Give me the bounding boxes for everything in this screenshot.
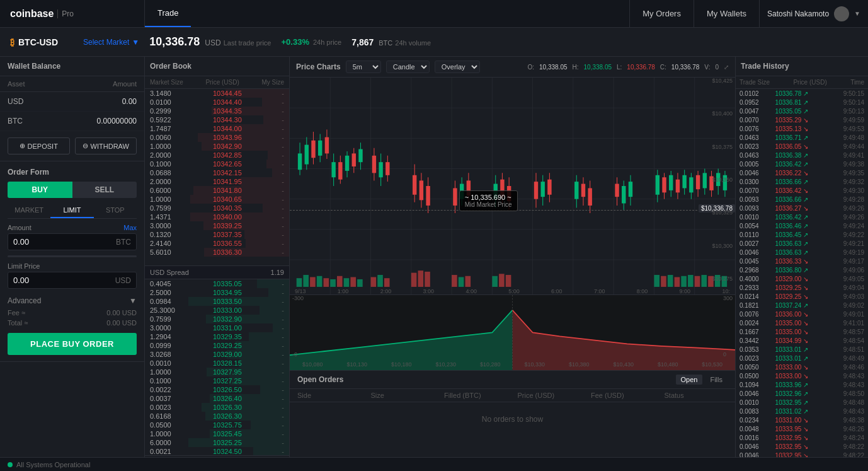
- trade-history-row: 0.0048 10333.95 ↘ 9:48:26: [736, 424, 868, 433]
- trade-price: 10336.33 ↘: [775, 258, 829, 265]
- stop-tab[interactable]: STOP: [94, 203, 137, 218]
- trade-time: 9:49:06: [828, 267, 864, 274]
- ob-ask-row: 2.0000 10342.85 -: [145, 151, 289, 160]
- trade-size: 0.0353: [740, 346, 775, 353]
- trade-history-row: 0.0500 10333.00 ↘ 9:48:43: [736, 371, 868, 380]
- max-link[interactable]: Max: [123, 224, 137, 231]
- limit-tab[interactable]: LIMIT: [50, 203, 93, 218]
- advanced-toggle[interactable]: Advanced ▼: [8, 294, 137, 308]
- down-arrow-icon: ↘: [803, 293, 808, 300]
- svg-rect-49: [453, 188, 457, 206]
- ask-my-size: -: [253, 187, 284, 194]
- timeframe-select[interactable]: 5m 1m 15m 1h 1d: [346, 61, 381, 73]
- place-order-button[interactable]: PLACE BUY ORDER: [8, 333, 137, 355]
- trade-price: 10336.78 ↗: [775, 90, 829, 97]
- trade-history-row: 0.0070 10336.42 ↘ 9:49:30: [736, 186, 868, 195]
- bid-price: 10326.30: [202, 412, 253, 420]
- deposit-button[interactable]: ⊕ DEPOSIT: [8, 137, 70, 154]
- ob-ask-row: 1.4371 10340.00 -: [145, 212, 289, 221]
- bid-size: 0.0999: [150, 342, 202, 349]
- bid-my-size: -: [253, 421, 284, 429]
- up-arrow-icon: ↗: [803, 381, 808, 388]
- overlay-select[interactable]: Overlay: [435, 61, 480, 73]
- bid-price: 10334.95: [202, 289, 253, 296]
- trade-time: 9:48:46: [828, 364, 864, 371]
- bid-price: 10325.45: [202, 430, 253, 438]
- nav-tab-trade[interactable]: Trade: [145, 0, 191, 27]
- down-arrow-icon: ↘: [803, 143, 808, 150]
- amount-input[interactable]: [13, 237, 64, 247]
- down-arrow-icon: ↘: [803, 170, 808, 177]
- trade-time: 9:48:38: [828, 417, 864, 424]
- amount-col-header: Amount: [113, 80, 137, 88]
- trade-history-row: 0.2968 10336.80 ↗ 9:49:06: [736, 265, 868, 274]
- ask-price: 10336.55: [202, 240, 253, 247]
- trade-history-row: 0.1821 10337.24 ↗ 9:49:02: [736, 301, 868, 310]
- trade-time: 9:49:48: [828, 134, 864, 141]
- trade-time: 9:49:59: [828, 117, 864, 124]
- trade-history-row: 0.0016 10332.95 ↘ 9:48:24: [736, 433, 868, 442]
- bid-my-size: -: [253, 298, 284, 305]
- svg-rect-93: [703, 173, 707, 188]
- order-form-title: Order Form: [8, 168, 137, 177]
- trade-size: 0.0463: [740, 152, 775, 159]
- trade-history-row: 0.0214 10329.25 ↘ 9:49:03: [736, 292, 868, 301]
- trade-size: 0.0102: [740, 90, 775, 97]
- down-arrow-icon: ↘: [803, 417, 808, 424]
- trade-price: 10336.66 ↗: [775, 178, 829, 185]
- bid-size: 0.6168: [150, 412, 202, 420]
- ob-ask-row: 2.4140 10336.55 -: [145, 239, 289, 248]
- up-arrow-icon: ↗: [803, 267, 808, 274]
- up-arrow-icon: ↗: [803, 231, 808, 238]
- chart-type-select[interactable]: Candle Line: [386, 61, 430, 73]
- limit-price-input[interactable]: [13, 276, 64, 285]
- bid-size: 0.1000: [150, 377, 202, 385]
- svg-rect-25: [325, 137, 329, 154]
- trade-time: 9:48:24: [828, 434, 864, 441]
- trade-price: 10336.42 ↗: [775, 214, 829, 221]
- bid-price: 10325.25: [202, 439, 253, 446]
- trade-price: 10336.81 ↗: [775, 99, 829, 106]
- user-section[interactable]: Satoshi Nakamoto ▼: [759, 0, 868, 28]
- ticker-volume: 7,867: [351, 37, 374, 47]
- ticker-price: 10,336.78: [149, 35, 200, 49]
- my-wallets-btn[interactable]: My Wallets: [694, 0, 759, 28]
- asset-col-header: Asset: [8, 80, 25, 88]
- oo-col-size: Size: [371, 392, 435, 399]
- fills-tab[interactable]: Fills: [705, 375, 728, 385]
- trade-time: 9:41:01: [828, 320, 864, 327]
- trade-size: 0.0046: [740, 390, 775, 397]
- ask-my-size: -: [253, 178, 284, 185]
- ask-my-size: -: [253, 169, 284, 177]
- trade-time: 9:48:50: [828, 390, 864, 397]
- trade-size: 0.0070: [740, 117, 775, 124]
- svg-rect-67: [574, 182, 578, 199]
- user-name: Satoshi Nakamoto: [767, 9, 829, 18]
- buy-tab[interactable]: BUY: [8, 182, 72, 198]
- withdraw-button[interactable]: ⊖ WITHDRAW: [75, 137, 137, 154]
- ask-size: 0.1000: [150, 160, 202, 168]
- trade-price: 10329.25 ↘: [775, 293, 829, 300]
- trade-price: 10333.00 ↘: [775, 364, 829, 371]
- ob-ask-row: 3.0000 10339.25 -: [145, 221, 289, 230]
- ask-price: 10342.65: [202, 160, 253, 168]
- order-type-tabs: MARKET LIMIT STOP: [8, 203, 137, 219]
- trade-price: 10333.95 ↘: [775, 426, 829, 433]
- price-charts: Price Charts 5m 1m 15m 1h 1d Candle Line…: [290, 57, 736, 471]
- trade-time: 9:48:26: [828, 426, 864, 433]
- down-arrow-icon: ↘: [803, 443, 808, 450]
- market-tab[interactable]: MARKET: [8, 203, 50, 218]
- open-tab[interactable]: Open: [676, 375, 703, 385]
- candlestick-chart-area: $10,425 $10,400 $10,375 $10,350 $10,325 …: [290, 78, 735, 294]
- bid-price: 10325.75: [202, 421, 253, 429]
- trade-price: 10336.46 ↗: [775, 223, 829, 230]
- ask-size: 5.6010: [150, 248, 202, 256]
- expand-chart-icon[interactable]: ⤢: [724, 64, 729, 71]
- select-market-btn[interactable]: Select Market ▼: [83, 38, 139, 47]
- sell-tab[interactable]: SELL: [72, 182, 137, 198]
- trade-size: 0.0076: [740, 311, 775, 318]
- ob-ask-row: 0.2999 10344.35 -: [145, 107, 289, 115]
- last-trade-label: Last trade price: [224, 39, 271, 47]
- my-orders-btn[interactable]: My Orders: [629, 0, 694, 28]
- down-arrow-icon: ↘: [803, 258, 808, 265]
